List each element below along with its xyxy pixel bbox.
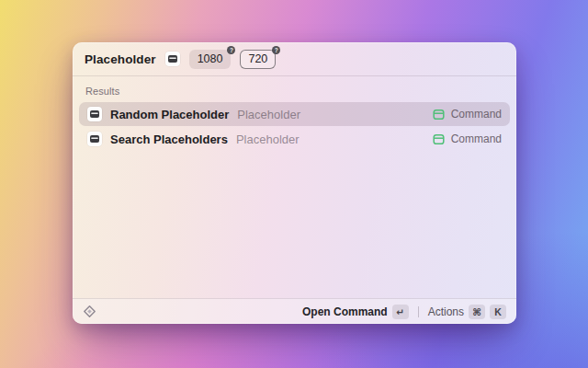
- command-window-icon: [433, 109, 445, 121]
- photo-icon: [167, 53, 178, 64]
- accessory-label: Command: [451, 108, 502, 121]
- search-query[interactable]: Placeholder: [85, 52, 156, 66]
- raycast-logo-icon: [83, 305, 96, 318]
- result-subtitle: Placeholder: [237, 108, 300, 121]
- placeholder-extension-icon: [165, 52, 180, 66]
- result-title: Search Placeholders: [110, 132, 228, 146]
- actions-menu-trigger[interactable]: Actions ⌘ K: [428, 305, 506, 319]
- command-window-icon: [433, 133, 445, 145]
- result-row-search-placeholders[interactable]: Search Placeholders Placeholder Command: [79, 127, 510, 151]
- primary-action-label[interactable]: Open Command: [302, 305, 388, 318]
- placeholder-extension-icon: [87, 107, 102, 121]
- accessory-label: Command: [451, 132, 502, 145]
- primary-action[interactable]: Open Command ↵: [302, 305, 409, 319]
- result-title: Random Placeholder: [110, 108, 229, 121]
- result-subtitle: Placeholder: [236, 132, 300, 146]
- footer-divider: [418, 306, 419, 317]
- footer-bar: Open Command ↵ Actions ⌘ K: [73, 298, 516, 324]
- result-accessory: Command: [433, 132, 502, 145]
- results-list: Results Random Placeholder Placeholder C…: [73, 76, 516, 298]
- photo-icon: [89, 109, 100, 120]
- launcher-window: Placeholder 1080 ? 720 ? Results: [73, 42, 516, 324]
- cmd-keycap: ⌘: [469, 305, 485, 319]
- argument-chip-height[interactable]: 720 ?: [240, 50, 276, 69]
- argument-value: 720: [248, 52, 267, 65]
- argument-info-badge[interactable]: ?: [272, 46, 280, 54]
- k-keycap: K: [490, 305, 506, 319]
- result-row-random-placeholder[interactable]: Random Placeholder Placeholder Command: [79, 102, 510, 126]
- argument-value: 1080: [198, 52, 223, 65]
- search-bar[interactable]: Placeholder 1080 ? 720 ?: [73, 42, 516, 76]
- result-accessory: Command: [433, 108, 502, 121]
- placeholder-extension-icon: [87, 132, 102, 146]
- argument-info-badge[interactable]: ?: [227, 46, 235, 54]
- results-section-label: Results: [85, 86, 503, 97]
- return-keycap: ↵: [392, 305, 409, 319]
- actions-label[interactable]: Actions: [428, 305, 464, 318]
- argument-chip-width[interactable]: 1080 ?: [189, 50, 232, 69]
- photo-icon: [89, 133, 100, 144]
